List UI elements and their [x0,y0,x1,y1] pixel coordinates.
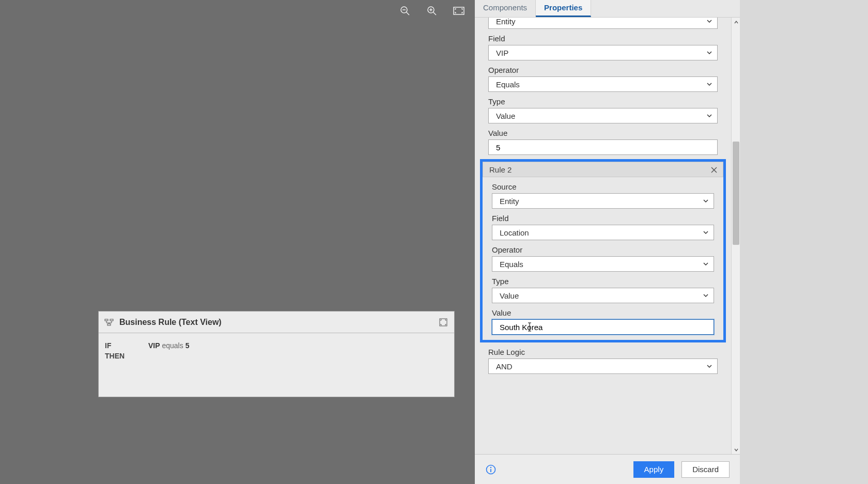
business-rule-textview: Business Rule (Text View) IF VIP equals … [98,311,455,397]
chevron-down-icon [706,363,713,370]
rule2-operator-value: Equals [500,260,523,269]
rule-logic-group: Rule Logic AND [475,347,731,374]
rule1-field-select[interactable]: VIP [488,45,718,60]
rule1-source-value: Entity [496,18,516,26]
svg-line-1 [407,12,410,15]
svg-rect-8 [105,319,108,321]
rule2-type-value: Value [500,291,519,300]
chevron-down-icon [702,229,709,236]
scrollbar-thumb[interactable] [733,142,739,245]
page-background [740,0,868,484]
rule2-source-select[interactable]: Entity [492,193,714,209]
close-icon[interactable] [709,165,719,175]
rule1-value-label: Value [488,129,718,137]
chevron-down-icon [702,292,709,299]
discard-button[interactable]: Discard [681,461,730,478]
chevron-down-icon [706,112,713,119]
rule2-type-select[interactable]: Value [492,288,714,303]
fit-to-screen-icon[interactable] [452,4,466,18]
textview-title: Business Rule (Text View) [119,318,222,327]
textview-body: IF VIP equals 5 THEN [99,333,454,370]
rule2-title: Rule 2 [489,165,512,174]
chevron-down-icon [706,81,713,88]
svg-point-22 [490,466,491,467]
rule2-field-select[interactable]: Location [492,225,714,240]
properties-scroll: Entity Field VIP Operator [475,18,740,454]
rule-logic-label: Rule Logic [488,348,718,356]
tab-properties[interactable]: Properties [536,0,591,17]
chevron-down-icon [706,49,713,56]
rule1-type-value: Value [496,112,515,120]
scroll-up-icon[interactable] [732,18,740,26]
apply-button[interactable]: Apply [633,461,675,478]
rule2-source-label: Source [492,182,714,191]
zoom-out-icon[interactable] [398,4,412,18]
rule-logic-value: AND [496,362,513,371]
rule1-field-label: Field [488,34,718,43]
rule1-group: Entity Field VIP Operator [475,18,731,155]
textview-header: Business Rule (Text View) [99,311,454,333]
rule2-type-label: Type [492,277,714,286]
rule2-value-input[interactable] [492,319,714,335]
info-icon[interactable] [485,464,497,475]
svg-rect-9 [110,319,113,321]
rule1-type-label: Type [488,97,718,106]
chevron-down-icon [702,197,709,205]
rule2-group: Source Entity Field Location [483,182,723,335]
scroll-down-icon[interactable] [732,445,740,454]
rule1-operator-label: Operator [488,66,718,74]
svg-line-4 [433,12,437,15]
if-keyword: IF [105,341,148,350]
minimize-icon[interactable] [438,317,449,328]
rule2-operator-select[interactable]: Equals [492,256,714,272]
rule1-type-select[interactable]: Value [488,108,718,123]
flow-icon [104,317,114,327]
rule1-value-input[interactable] [488,139,718,155]
properties-footer: Apply Discard [475,454,740,484]
rule1-source-select[interactable]: Entity [488,18,718,29]
then-keyword: THEN [105,352,148,360]
side-panel: Components Properties Entity Field [475,0,740,484]
zoom-in-icon[interactable] [425,4,439,18]
rule2-highlight: Rule 2 Source Entity [480,159,726,342]
canvas-toolbar [398,4,466,18]
chevron-down-icon [702,260,709,268]
if-expression: VIP equals 5 [148,341,448,350]
rule2-operator-label: Operator [492,245,714,254]
vertical-scrollbar[interactable] [731,18,740,454]
rule2-source-value: Entity [500,197,519,206]
chevron-down-icon [706,18,713,25]
rule2-field-label: Field [492,214,714,223]
rule1-value-text[interactable] [496,143,704,152]
rule2-header: Rule 2 [483,162,723,177]
tabbar: Components Properties [475,0,740,18]
rule2-value-text[interactable] [500,323,700,332]
designer-canvas: Business Rule (Text View) IF VIP equals … [0,0,475,484]
rule1-field-value: VIP [496,49,508,57]
svg-rect-10 [107,324,111,325]
rule1-operator-select[interactable]: Equals [488,76,718,92]
rule2-field-value: Location [500,228,529,237]
rule2-value-label: Value [492,308,714,317]
svg-rect-7 [454,7,464,14]
rule-logic-select[interactable]: AND [488,358,718,374]
tab-components[interactable]: Components [475,0,536,17]
rule1-operator-value: Equals [496,80,520,89]
